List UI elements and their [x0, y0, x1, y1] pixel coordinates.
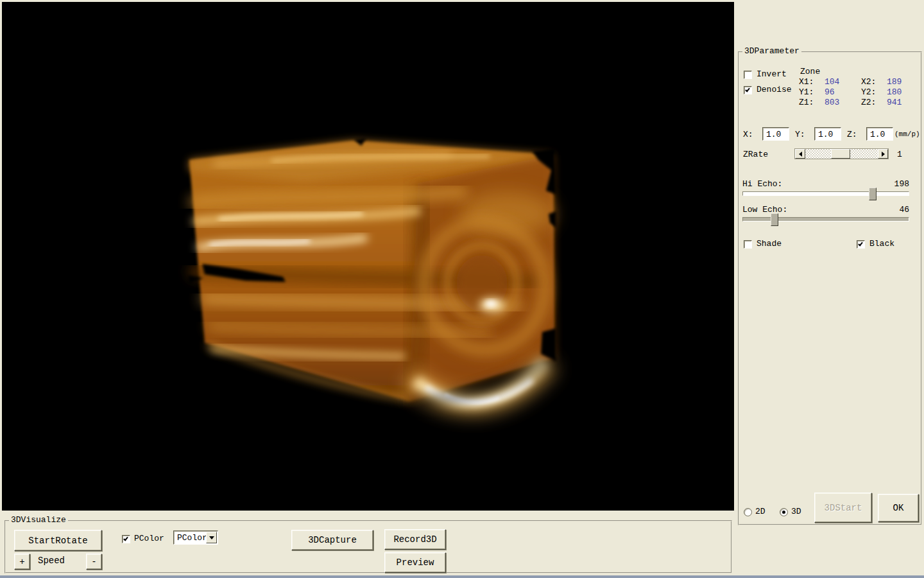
speed-plus-button[interactable]: +: [14, 554, 30, 570]
zrate-scrollbar-thumb[interactable]: [831, 149, 850, 159]
zone-z2-label: Z2:: [861, 98, 876, 107]
invert-checkbox[interactable]: [744, 71, 752, 79]
denoise-checkbox[interactable]: [744, 86, 752, 94]
ultrasound-volume-render: [2, 2, 734, 511]
scale-x-input[interactable]: [762, 127, 789, 141]
pcolor-dropdown-button[interactable]: [206, 532, 217, 543]
low-echo-label: Low Echo:: [742, 206, 787, 215]
hi-echo-value: 198: [880, 180, 909, 189]
zone-z1-label: Z1:: [799, 98, 814, 107]
scale-x-label: X:: [743, 130, 753, 139]
zone-x1-label: X1:: [799, 78, 814, 87]
shade-label: Shade: [757, 240, 782, 249]
pcolor-checkbox[interactable]: [122, 535, 130, 543]
denoise-label: Denoise: [757, 85, 792, 94]
low-echo-value: 46: [880, 206, 909, 215]
zone-y2-label: Y2:: [861, 88, 876, 97]
black-checkbox[interactable]: [857, 240, 865, 249]
scale-z-label: Z:: [847, 130, 857, 139]
visualize-group-title: 3DVisualize: [9, 516, 68, 525]
zone-x1-value: 104: [825, 78, 839, 87]
speed-minus-button[interactable]: -: [86, 554, 102, 570]
chevron-down-icon: [209, 536, 214, 542]
zone-label: Zone: [800, 67, 820, 76]
record3d-button[interactable]: Record3D: [384, 529, 446, 550]
zone-x2-label: X2:: [861, 78, 876, 87]
check-icon: [745, 87, 750, 92]
mode-3d-radio[interactable]: [780, 508, 788, 516]
scale-y-input[interactable]: [814, 127, 841, 141]
parameter-group-title: 3DParameter: [742, 47, 801, 56]
hi-echo-slider-track[interactable]: [742, 191, 909, 196]
zone-y1-label: Y1:: [799, 88, 814, 97]
scale-y-label: Y:: [795, 130, 805, 139]
window-bottom-border: [0, 575, 924, 578]
mode-2d-label: 2D: [755, 507, 766, 516]
check-icon: [858, 241, 863, 247]
3dstart-button[interactable]: 3DStart: [814, 493, 872, 523]
scale-unit-label: (mm/p): [894, 130, 920, 139]
check-icon: [123, 536, 128, 541]
zrate-scroll-left-button[interactable]: [795, 149, 805, 159]
app-window: 3DParameter Invert Denoise Zone X1: 104 …: [0, 0, 924, 578]
ok-button[interactable]: OK: [878, 494, 919, 522]
pcolor-dropdown[interactable]: PColor: [173, 530, 218, 545]
3dcapture-button[interactable]: 3DCapture: [291, 530, 373, 550]
zrate-scrollbar[interactable]: [794, 148, 889, 159]
hi-echo-label: Hi Echo:: [742, 180, 782, 189]
start-rotate-button[interactable]: StartRotate: [14, 530, 102, 551]
mode-3d-label: 3D: [791, 507, 801, 516]
pcolor-dropdown-value: PColor: [177, 533, 207, 543]
visualize-groupbox: 3DVisualize StartRotate PColor PColor 3D…: [4, 520, 732, 574]
zone-z1-value: 803: [825, 98, 839, 107]
scale-z-input[interactable]: [866, 127, 893, 141]
shade-checkbox[interactable]: [744, 240, 752, 249]
hi-echo-slider-thumb[interactable]: [869, 188, 877, 200]
invert-label: Invert: [757, 70, 787, 79]
parameter-groupbox: 3DParameter Invert Denoise Zone X1: 104 …: [738, 51, 922, 525]
arrow-right-icon: [882, 152, 887, 157]
speed-label: Speed: [38, 556, 65, 565]
arrow-left-icon: [796, 152, 802, 157]
zrate-label: ZRate: [743, 150, 768, 159]
low-echo-slider-track[interactable]: [742, 217, 909, 222]
zrate-scroll-right-button[interactable]: [878, 149, 888, 159]
zone-y1-value: 96: [825, 88, 835, 97]
3d-viewport[interactable]: [2, 2, 734, 511]
radio-dot-icon: [782, 511, 785, 514]
zone-x2-value: 189: [887, 78, 902, 87]
preview-button[interactable]: Preview: [384, 552, 446, 573]
zrate-value: 1: [897, 150, 902, 159]
zone-y2-value: 180: [887, 88, 902, 97]
zone-z2-value: 941: [887, 98, 902, 107]
low-echo-slider-thumb[interactable]: [771, 213, 778, 226]
black-label: Black: [869, 240, 894, 249]
pcolor-checkbox-label: PColor: [134, 534, 164, 543]
mode-2d-radio[interactable]: [744, 508, 752, 516]
